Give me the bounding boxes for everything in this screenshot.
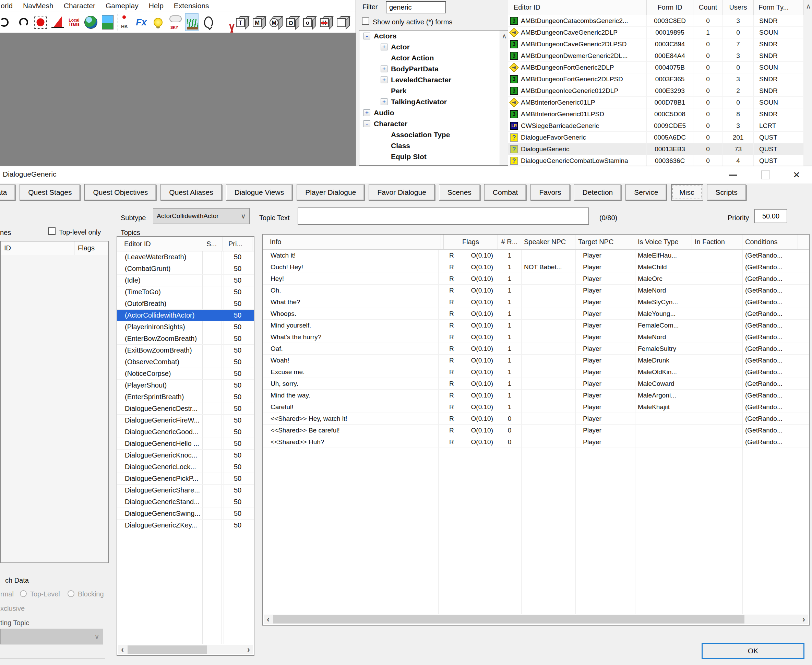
topic-row[interactable]: DialogueGenericStand... 50 bbox=[117, 496, 254, 508]
info-row[interactable]: Whoops. RO(0.10) 1 Player MaleYoung... (… bbox=[263, 308, 809, 319]
dialog-tab[interactable]: Dialogue Views bbox=[226, 184, 293, 201]
light-marker-icon[interactable] bbox=[218, 14, 232, 31]
topic-row[interactable]: DialogueGenericZKey... 50 bbox=[117, 519, 254, 531]
info-row[interactable]: Excuse me. RO(0.10) 1 Player MaleOldKin.… bbox=[263, 366, 809, 378]
dialog-tab[interactable]: Misc bbox=[671, 184, 702, 201]
dialog-tab[interactable]: Player Dialogue bbox=[296, 184, 365, 201]
form-row[interactable]: ?DialogueFavorGeneric 0005A6DC 0 201 QUS… bbox=[508, 132, 812, 143]
info-row[interactable]: <<Shared>> Hey, watch it! RO(0.10) 0 Pla… bbox=[263, 413, 809, 424]
column-header[interactable]: Pri... bbox=[223, 237, 252, 251]
form-row[interactable]: 3AMBtDungeonFortGeneric2DLPSD 0003F365 0… bbox=[508, 74, 812, 85]
menu-item[interactable]: Character bbox=[64, 2, 95, 10]
form-row[interactable]: 3AMBtDungeonCaveGeneric2DLPSD 0003C894 0… bbox=[508, 38, 812, 50]
tree-expander-icon[interactable]: + bbox=[381, 77, 388, 84]
tree-item[interactable]: + BodyPartData bbox=[359, 64, 509, 74]
topic-row[interactable]: (ObserveCombat) 50 bbox=[117, 356, 254, 368]
tree-scrollbar[interactable]: ∧ bbox=[499, 31, 509, 165]
occlusion-box-icon[interactable]: O bbox=[286, 14, 300, 31]
dialog-tab[interactable]: Quest Objectives bbox=[84, 184, 156, 201]
info-row[interactable]: What the? RO(0.10) 1 Player MaleSlyCyn..… bbox=[263, 296, 809, 308]
local-transform-icon[interactable]: Local Trans bbox=[67, 14, 81, 31]
marker-cube-icon[interactable]: M bbox=[252, 14, 266, 31]
topic-row[interactable]: DialogueGenericDestr... 50 bbox=[117, 403, 254, 414]
info-row[interactable]: What's the hurry? RO(0.10) 1 Player Male… bbox=[263, 331, 809, 343]
topic-text-input[interactable] bbox=[298, 208, 589, 224]
tree-expander-icon[interactable]: - bbox=[363, 120, 370, 127]
dialog-tab[interactable]: Favor Dialogue bbox=[368, 184, 434, 201]
topic-row[interactable]: (TimeToGo) 50 bbox=[117, 287, 254, 298]
form-row[interactable]: AMBtDungeonFortGeneric2DLP 0004075B 0 0 … bbox=[508, 62, 812, 74]
topic-row[interactable]: DialogueGenericShare... 50 bbox=[117, 485, 254, 496]
topic-row[interactable]: (EnterBowZoomBreath) 50 bbox=[117, 333, 254, 345]
world-icon[interactable] bbox=[84, 14, 98, 31]
subtype-dropdown[interactable]: ActorCollidewithActor ∨ bbox=[153, 208, 250, 224]
form-row[interactable]: 3AMBtInteriorGeneric01LPSD 000C5D08 0 8 … bbox=[508, 108, 812, 120]
form-row[interactable]: ?DialogueGeneric 00013EB3 0 73 QUST bbox=[508, 143, 812, 155]
topic-row[interactable]: DialogueGenericHello ... 50 bbox=[117, 438, 254, 450]
topic-row[interactable]: (NoticeCorpse) 50 bbox=[117, 368, 254, 380]
topic-row[interactable]: DialogueGenericSwing... 50 bbox=[117, 508, 254, 519]
topic-row[interactable]: DialogueGenericKnoc... 50 bbox=[117, 450, 254, 461]
redo-icon[interactable] bbox=[17, 14, 31, 31]
dialog-tab[interactable]: Quest Aliases bbox=[160, 184, 221, 201]
topic-row[interactable]: DialogueGenericGood... 50 bbox=[117, 426, 254, 438]
topic-row[interactable]: DialogueGenericLock... 50 bbox=[117, 461, 254, 473]
marker-icon[interactable] bbox=[201, 14, 215, 31]
info-row[interactable]: Mind the way. RO(0.10) 1 Player MaleArgo… bbox=[263, 390, 809, 401]
form-row[interactable]: 3AMBtDungeonCatacombsGeneric2... 0003C8E… bbox=[508, 15, 812, 27]
tree-expander-icon[interactable]: + bbox=[363, 110, 370, 116]
dialog-tab[interactable]: Detection bbox=[574, 184, 622, 201]
dialog-tab[interactable]: Favors bbox=[530, 184, 570, 201]
text-cube-icon[interactable]: T bbox=[235, 14, 249, 31]
topic-row[interactable]: DialogueGenericFireW... 50 bbox=[117, 414, 254, 426]
circle-marker-icon[interactable]: M bbox=[269, 14, 283, 31]
topic-row[interactable]: (OutofBreath) 50 bbox=[117, 298, 254, 310]
scroll-thumb[interactable] bbox=[273, 615, 745, 624]
menu-item[interactable]: NavMesh bbox=[23, 2, 54, 10]
column-header[interactable]: S... bbox=[202, 237, 223, 251]
tree-item[interactable]: Association Type bbox=[359, 129, 509, 140]
scroll-up-icon[interactable]: ∧ bbox=[502, 32, 507, 40]
info-row[interactable]: Careful! RO(0.10) 1 Player MaleKhajiit (… bbox=[263, 401, 809, 413]
tree-item[interactable]: + LeveledCharacter bbox=[359, 74, 509, 85]
dialog-tab[interactable]: Scenes bbox=[439, 184, 480, 201]
column-header[interactable]: Editor ID bbox=[117, 237, 202, 251]
dialog-tab[interactable]: Quest Stages bbox=[20, 184, 80, 201]
info-row[interactable]: Oh. RO(0.10) 1 Player MaleNord (GetRando… bbox=[263, 285, 809, 296]
info-row[interactable]: Uh, sorry. RO(0.10) 1 Player MaleCoward … bbox=[263, 378, 809, 390]
column-header[interactable]: ID bbox=[1, 241, 74, 255]
tree-item[interactable]: Actor Action bbox=[359, 52, 509, 64]
menu-item[interactable]: Gameplay bbox=[106, 2, 139, 10]
landscape-edit-icon[interactable] bbox=[101, 14, 115, 31]
tree-item[interactable]: Equip Slot bbox=[359, 151, 509, 162]
column-header[interactable]: Form ID bbox=[647, 0, 693, 15]
maximize-icon[interactable] bbox=[756, 166, 775, 183]
column-header[interactable]: Form Ty... bbox=[754, 0, 804, 15]
info-hscrollbar[interactable]: ‹ › bbox=[264, 614, 808, 624]
topic-row[interactable]: (EnterSprintBreath) 50 bbox=[117, 391, 254, 403]
info-row[interactable]: Hey! RO(0.10) 1 Player MaleOrc (GetRando… bbox=[263, 273, 809, 285]
column-header[interactable]: # R... bbox=[498, 234, 521, 249]
blocking-radio[interactable] bbox=[67, 590, 74, 597]
scroll-left-icon[interactable]: ‹ bbox=[118, 645, 127, 654]
tree-expander-icon[interactable]: + bbox=[381, 98, 388, 105]
tree-item[interactable]: Class bbox=[359, 140, 509, 151]
dialog-tab[interactable]: Service bbox=[625, 184, 666, 201]
scroll-right-icon[interactable]: › bbox=[799, 614, 808, 624]
column-header[interactable]: Target NPC bbox=[575, 234, 635, 249]
priority-input[interactable] bbox=[755, 209, 787, 223]
dialog-tab[interactable]: ata bbox=[0, 184, 15, 201]
close-icon[interactable]: ✕ bbox=[787, 166, 806, 183]
menu-item[interactable]: Help bbox=[149, 2, 164, 10]
tree-item[interactable]: + Audio bbox=[359, 107, 509, 118]
info-row[interactable]: <<Shared>> Huh? RO(0.10) 0 Player (GetRa… bbox=[263, 436, 809, 448]
form-row[interactable]: AMBtDungeonCaveGeneric2DLP 00019895 1 0 … bbox=[508, 27, 812, 38]
snap-to-grid-icon[interactable] bbox=[34, 14, 47, 31]
dialog-titlebar[interactable]: DialogueGeneric ✕ bbox=[0, 166, 812, 183]
tree-item[interactable]: + Actor bbox=[359, 41, 509, 52]
minimize-icon[interactable] bbox=[724, 166, 743, 183]
info-row[interactable]: Oaf. RO(0.10) 1 Player FemaleSultry (Get… bbox=[263, 343, 809, 355]
havok-sim-icon[interactable]: HK bbox=[118, 14, 131, 31]
tree-item[interactable]: - Character bbox=[359, 118, 509, 129]
form-row[interactable]: 3AMBtDungeonDwemerGeneric2DL... 000E84A4… bbox=[508, 50, 812, 62]
